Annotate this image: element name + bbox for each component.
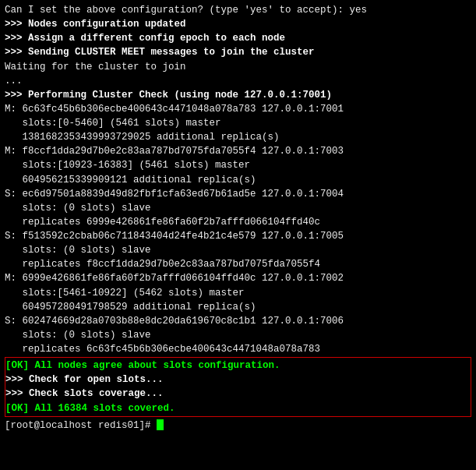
highlighted-line-3: >>> Check slots coverage...	[5, 387, 471, 401]
line-18: slots: (0 slots) slave	[5, 243, 471, 257]
line-5: Waiting for the cluster to join	[5, 60, 471, 74]
highlighted-line-4: [OK] All 16384 slots covered.	[5, 401, 471, 415]
line-3: >>> Assign a different config epoch to e…	[5, 31, 471, 45]
line-11: M: f8ccf1dda29d7b0e2c83aa787bd7075fda705…	[5, 144, 471, 158]
line-23: S: 602474669d28a0703b88e8dc20da619670c8c…	[5, 314, 471, 328]
line-6: ...	[5, 74, 471, 88]
line-14: S: ec6d97501a8839d49d82fbf1cfa63ed67b61a…	[5, 187, 471, 201]
highlighted-line-1: [OK] All nodes agree about slots configu…	[5, 359, 471, 373]
line-20: M: 6999e426861fe86fa60f2b7afffd066104ffd…	[5, 271, 471, 285]
prompt-line[interactable]: [root@localhost redis01]#	[5, 419, 471, 433]
line-8: M: 6c63fc45b6b306ecbe400643c4471048a078a…	[5, 102, 471, 116]
line-15: slots: (0 slots) slave	[5, 201, 471, 215]
line-13: 604956215339909121 additional replica(s)	[5, 173, 471, 187]
line-19: replicates f8ccf1dda29d7b0e2c83aa787bd70…	[5, 257, 471, 271]
line-22: 604957280491798529 additional replica(s)	[5, 300, 471, 314]
line-1: Can I set the above configuration? (type…	[5, 3, 471, 17]
line-21: slots:[5461-10922] (5462 slots) master	[5, 286, 471, 300]
line-24: slots: (0 slots) slave	[5, 328, 471, 342]
terminal-window: Can I set the above configuration? (type…	[5, 3, 471, 433]
line-16: replicates 6999e426861fe86fa60f2b7afffd0…	[5, 215, 471, 229]
highlighted-line-2: >>> Check for open slots...	[5, 373, 471, 387]
cursor-block	[157, 419, 164, 430]
line-4: >>> Sending CLUSTER MEET messages to joi…	[5, 45, 471, 59]
prompt-text: [root@localhost redis01]#	[5, 420, 157, 431]
highlight-box: [OK] All nodes agree about slots configu…	[5, 357, 471, 417]
line-25: replicates 6c63fc45b6b306ecbe400643c4471…	[5, 342, 471, 356]
line-12: slots:[10923-16383] (5461 slots) master	[5, 158, 471, 172]
line-2: >>> Nodes configuration updated	[5, 17, 471, 31]
line-10: 1381682353439993729025 additional replic…	[5, 130, 471, 144]
line-9: slots:[0-5460] (5461 slots) master	[5, 116, 471, 130]
line-17: S: f513592c2cbab06c711843404d24fe4b21c4e…	[5, 229, 471, 243]
line-7: >>> Performing Cluster Check (using node…	[5, 88, 471, 102]
